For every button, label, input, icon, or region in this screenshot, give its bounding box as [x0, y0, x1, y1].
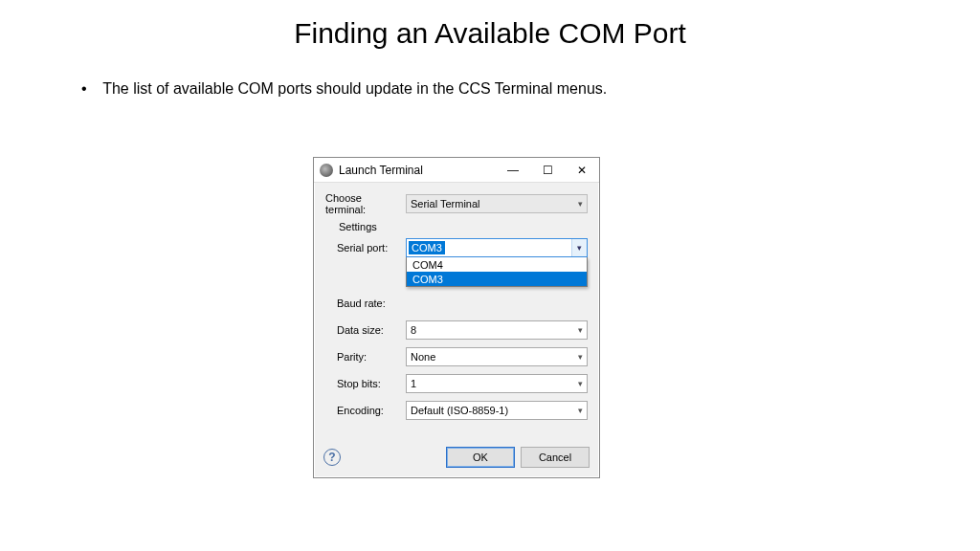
encoding-row: Encoding: Default (ISO-8859-1) ▾ [337, 401, 588, 420]
dialog-body: Choose terminal: Serial Terminal ▾ Setti… [314, 183, 599, 439]
chevron-down-icon: ▾ [578, 199, 583, 209]
bullet-text: The list of available COM ports should u… [102, 80, 607, 97]
chevron-down-icon: ▾ [571, 239, 587, 256]
chevron-down-icon: ▾ [578, 352, 583, 362]
chevron-down-icon: ▾ [578, 325, 583, 335]
ok-button[interactable]: OK [446, 447, 515, 468]
titlebar: Launch Terminal — ☐ ✕ [314, 158, 599, 183]
serial-port-dropdown: COM4 COM3 [406, 257, 588, 287]
parity-value: None [411, 351, 435, 363]
baud-rate-label: Baud rate: [337, 298, 406, 309]
help-icon[interactable]: ? [323, 449, 341, 466]
parity-label: Parity: [337, 351, 406, 363]
window-title: Launch Terminal [339, 164, 496, 177]
maximize-button[interactable]: ☐ [530, 158, 565, 183]
slide-bullet: • The list of available COM ports should… [0, 59, 980, 98]
choose-terminal-label: Choose terminal: [325, 192, 406, 215]
app-icon [320, 164, 333, 177]
serial-port-option-com3[interactable]: COM3 [407, 272, 587, 286]
parity-select[interactable]: None ▾ [406, 347, 588, 366]
data-size-label: Data size: [337, 324, 406, 336]
parity-row: Parity: None ▾ [337, 347, 588, 366]
data-size-select[interactable]: 8 ▾ [406, 320, 588, 340]
chevron-down-icon: ▾ [578, 379, 583, 388]
data-size-row: Data size: 8 ▾ [337, 320, 588, 340]
stop-bits-value: 1 [411, 378, 416, 389]
choose-terminal-row: Choose terminal: Serial Terminal ▾ [325, 192, 588, 215]
cancel-button[interactable]: Cancel [521, 447, 590, 468]
slide-title: Finding an Available COM Port [0, 0, 980, 59]
minimize-button[interactable]: — [496, 158, 530, 183]
dialog-footer: ? OK Cancel [314, 439, 599, 477]
encoding-select[interactable]: Default (ISO-8859-1) ▾ [406, 401, 588, 420]
choose-terminal-value: Serial Terminal [411, 198, 480, 209]
choose-terminal-select[interactable]: Serial Terminal ▾ [406, 194, 588, 213]
serial-port-option-com4[interactable]: COM4 [407, 257, 587, 272]
launch-terminal-dialog: Launch Terminal — ☐ ✕ Choose terminal: S… [313, 157, 600, 478]
chevron-down-icon: ▾ [578, 406, 583, 415]
close-button[interactable]: ✕ [565, 158, 599, 183]
stop-bits-label: Stop bits: [337, 378, 406, 389]
stop-bits-select[interactable]: 1 ▾ [406, 374, 588, 393]
serial-port-row: Serial port: COM3 ▾ COM4 COM3 [337, 238, 588, 257]
encoding-label: Encoding: [337, 405, 406, 416]
data-size-value: 8 [411, 324, 416, 336]
encoding-value: Default (ISO-8859-1) [411, 405, 508, 416]
bullet-dot: • [81, 80, 99, 98]
settings-heading: Settings [327, 221, 588, 232]
serial-port-label: Serial port: [337, 242, 406, 253]
stop-bits-row: Stop bits: 1 ▾ [337, 374, 588, 393]
serial-port-select[interactable]: COM3 ▾ [406, 238, 588, 257]
baud-rate-row: Baud rate: ▾ [337, 294, 588, 313]
serial-port-value: COM3 [409, 241, 445, 254]
